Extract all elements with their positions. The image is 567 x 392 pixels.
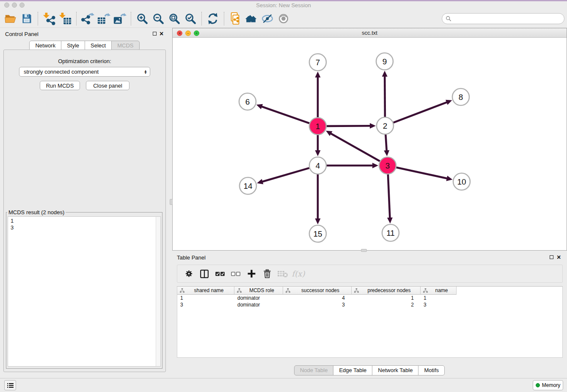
network-node-label-6: 6: [245, 97, 250, 106]
export-image-icon: [113, 12, 127, 25]
table-mode-button[interactable]: [182, 267, 196, 281]
open-file-button[interactable]: [3, 11, 19, 27]
run-mcds-button[interactable]: Run MCDS: [40, 81, 80, 90]
tab-network-table[interactable]: Network Table: [372, 365, 418, 375]
network-node-label-15: 15: [313, 229, 322, 238]
control-panel-header: Control Panel ×: [0, 30, 169, 40]
network-minimize-button[interactable]: −: [185, 30, 191, 36]
table-cell[interactable]: 1: [421, 295, 457, 301]
zoom-selected-button[interactable]: [182, 11, 198, 27]
hide-selected-button[interactable]: [259, 11, 275, 27]
network-edge-2-9[interactable]: [385, 76, 385, 117]
network-edge-arrow: [384, 150, 389, 156]
unselect-all-columns-button[interactable]: [228, 267, 243, 281]
show-columns-button[interactable]: [197, 267, 212, 281]
column-header-shared-name[interactable]: shared name: [177, 287, 234, 295]
network-edge-3-1[interactable]: [330, 133, 380, 161]
zoom-fit-button[interactable]: [166, 11, 182, 27]
network-edge-1-2[interactable]: [327, 126, 371, 126]
horizontal-splitter-handle[interactable]: [361, 249, 367, 252]
close-window-button[interactable]: [4, 3, 9, 8]
column-header-MCDS-role[interactable]: MCDS role: [234, 287, 283, 295]
network-edge-4-14[interactable]: [262, 168, 309, 182]
network-edge-arrow: [446, 100, 452, 105]
network-maximize-button[interactable]: +: [194, 30, 199, 36]
export-image-button[interactable]: [112, 11, 128, 27]
float-panel-icon[interactable]: [153, 32, 157, 36]
checked-boxes-icon: [215, 271, 225, 277]
function-builder-button[interactable]: f(x): [291, 267, 306, 281]
minimize-window-button[interactable]: [12, 3, 17, 8]
delete-table-button[interactable]: [275, 267, 290, 281]
mcds-result-textarea[interactable]: 1 3: [8, 216, 161, 367]
node-table: shared nameMCDS rolesuccessor nodesprede…: [177, 286, 563, 358]
table-cell[interactable]: 1: [352, 295, 421, 301]
table-cell[interactable]: 1: [177, 295, 234, 301]
import-network-icon: [42, 12, 56, 25]
close-panel-icon[interactable]: ×: [160, 31, 163, 36]
create-column-button[interactable]: [244, 267, 259, 281]
save-session-button[interactable]: [19, 11, 35, 27]
task-history-button[interactable]: [4, 380, 16, 390]
maximize-window-button[interactable]: [19, 3, 25, 8]
close-panel-button[interactable]: Close panel: [86, 81, 129, 90]
network-node-label-11: 11: [386, 229, 395, 237]
network-canvas[interactable]: 7968124314101511: [173, 38, 567, 250]
table-cell[interactable]: dominator: [234, 301, 283, 308]
houses-button[interactable]: [243, 11, 259, 27]
tab-node-table[interactable]: Node Table: [294, 365, 334, 375]
memory-button[interactable]: Memory: [533, 380, 563, 390]
network-edge-2-8[interactable]: [394, 102, 448, 122]
network-edge-1-6[interactable]: [261, 106, 309, 123]
network-edge-arrow: [372, 163, 378, 168]
network-close-button[interactable]: ✕: [177, 30, 182, 36]
hierarchy-icon: [180, 288, 184, 293]
table-cell[interactable]: 3: [177, 301, 234, 308]
zoom-in-button[interactable]: [134, 11, 150, 27]
table-panel-header: Table Panel ×: [172, 253, 567, 262]
float-table-panel-icon[interactable]: [550, 255, 553, 259]
network-edge-arrow: [256, 104, 263, 109]
network-edge-2-3[interactable]: [385, 135, 386, 151]
table-cell[interactable]: dominator: [234, 295, 283, 301]
table-row[interactable]: 1dominator411: [177, 295, 562, 301]
column-header-predecessor-nodes[interactable]: predecessor nodes: [352, 287, 421, 295]
refresh-button[interactable]: [205, 11, 221, 27]
table-cell[interactable]: 3: [283, 301, 352, 308]
network-node-label-7: 7: [316, 58, 320, 67]
network-node-label-8: 8: [459, 93, 463, 102]
delete-columns-button[interactable]: [260, 267, 274, 281]
zoom-out-button[interactable]: [150, 11, 166, 27]
network-node-label-2: 2: [383, 121, 388, 130]
table-row[interactable]: 3dominator323: [177, 301, 562, 308]
gear-icon: [185, 270, 193, 278]
table-cell[interactable]: 3: [421, 301, 457, 308]
tab-edge-table[interactable]: Edge Table: [333, 365, 372, 375]
network-window-titlebar: ✕ − + scc.txt: [173, 28, 567, 38]
network-edge-3-10[interactable]: [396, 167, 448, 178]
search-input[interactable]: [451, 14, 564, 23]
vertical-splitter-handle[interactable]: [170, 199, 173, 205]
columns-icon: [200, 270, 209, 278]
import-network-button[interactable]: [41, 11, 57, 27]
search-icon: [446, 16, 451, 22]
export-table-button[interactable]: [96, 11, 112, 27]
network-edge-arrow: [315, 72, 321, 77]
tab-motifs[interactable]: Motifs: [418, 365, 445, 375]
import-table-button[interactable]: [57, 11, 73, 27]
column-header-successor-nodes[interactable]: successor nodes: [283, 287, 352, 295]
close-table-panel-icon[interactable]: ×: [557, 255, 561, 260]
table-cell[interactable]: 2: [352, 301, 421, 308]
select-all-columns-button[interactable]: [213, 267, 227, 281]
clone-network-button[interactable]: [227, 11, 243, 27]
toolbar-separator: [76, 12, 77, 25]
result-scrollbar[interactable]: [156, 217, 160, 366]
toolbar-separator: [224, 12, 224, 25]
table-panel-tabs: Node TableEdge TableNetwork TableMotifs: [172, 365, 567, 375]
optimization-criterion-dropdown[interactable]: strongly connected component ▲▼: [19, 67, 150, 77]
network-edge-3-11[interactable]: [388, 174, 390, 218]
export-network-button[interactable]: [80, 11, 96, 27]
column-header-name[interactable]: name: [421, 287, 457, 295]
table-cell[interactable]: 4: [283, 295, 352, 301]
show-selected-button[interactable]: [275, 11, 292, 27]
